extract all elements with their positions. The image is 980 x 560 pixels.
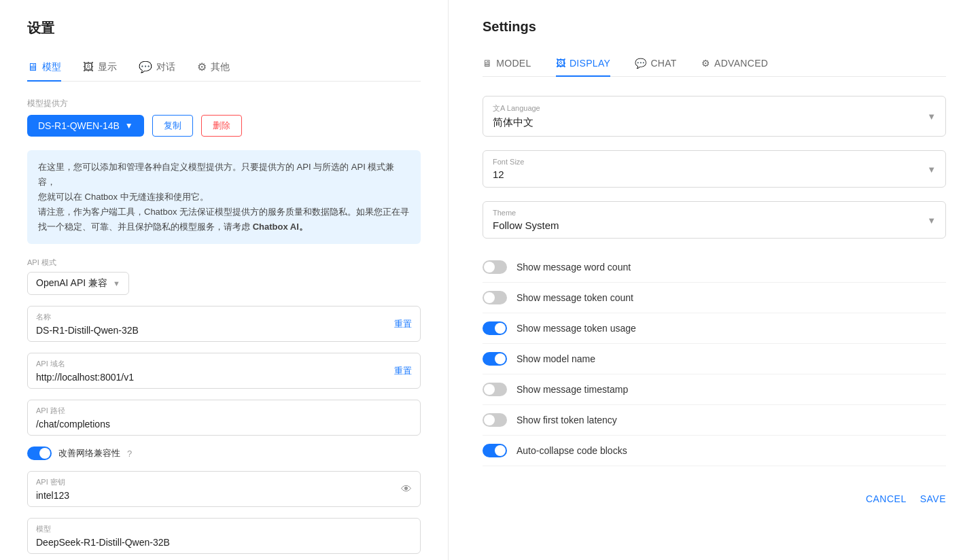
right-model-tab-icon: 🖥 [483,58,492,69]
api-host-reset-action[interactable]: 重置 [394,365,412,377]
api-path-field-group: API 路径 [27,400,421,436]
tab-other[interactable]: ⚙ 其他 [197,54,230,82]
api-mode-chevron-icon: ▼ [113,279,120,287]
network-compat-toggle-row: 改善网络兼容性 ? [27,447,421,460]
eye-icon[interactable]: 👁 [401,483,412,495]
word-count-toggle[interactable] [483,260,507,274]
tab-other-label: 其他 [211,61,230,73]
right-tab-chat-label: CHAT [650,58,676,69]
info-line2: 您就可以在 Chatbox 中无缝连接和使用它。 [38,192,209,202]
toggle-timestamp-row: Show message timestamp [483,374,946,405]
chevron-down-icon: ▼ [125,121,133,130]
cancel-button[interactable]: CANCEL [866,493,907,504]
toggle-model-name-row: Show model name [483,344,946,374]
token-count-toggle[interactable] [483,291,507,304]
token-usage-toggle[interactable] [483,321,507,335]
tab-model[interactable]: 🖥 模型 [27,54,61,82]
theme-value: Follow System [493,220,936,231]
api-mode-select[interactable]: OpenAI API 兼容 ▼ [27,272,129,295]
api-host-input[interactable] [36,372,412,383]
font-size-chevron-icon: ▼ [927,164,936,174]
provider-row: DS-R1-QWEN-14B ▼ 复制 删除 [27,115,421,137]
right-tabs: 🖥 MODEL 🖼 DISPLAY 💬 CHAT ⚙ ADVANCED [483,51,946,77]
api-host-label: API 域名 [36,359,412,369]
name-field-group: 名称 重置 [27,306,421,342]
save-button[interactable]: SAVE [920,493,946,504]
name-reset-action[interactable]: 重置 [394,318,412,330]
copy-button[interactable]: 复制 [152,115,193,137]
right-footer: CANCEL SAVE [483,483,946,504]
model-field-label: 模型 [36,524,412,534]
name-field-label: 名称 [36,312,412,322]
api-key-field-group: API 密钥 👁 [27,471,421,507]
toggle-token-usage-row: Show message token usage [483,313,946,344]
right-tab-model-label: MODEL [496,58,531,69]
provider-dropdown-btn[interactable]: DS-R1-QWEN-14B ▼ [27,115,144,137]
right-tab-display-label: DISPLAY [570,58,610,69]
code-blocks-toggle[interactable] [483,444,507,457]
first-token-label: Show first token latency [517,415,617,425]
token-usage-label: Show message token usage [517,323,636,334]
info-line1: 在这里，您可以添加和管理各种自定义模型提供方。只要提供方的 API 与所选的 A… [38,162,394,187]
network-compat-label: 改善网络兼容性 [58,447,120,459]
network-compat-toggle[interactable] [27,447,52,460]
info-bold: Chatbox AI。 [253,222,308,232]
info-line4: 找一个稳定、可靠、并且保护隐私的模型服务，请考虑 [38,222,250,232]
left-page-title: 设置 [27,19,421,37]
timestamp-toggle[interactable] [483,383,507,396]
right-tab-chat[interactable]: 💬 CHAT [635,51,677,77]
chat-tab-icon: 💬 [139,60,152,73]
model-name-label: Show model name [517,353,595,364]
tab-display[interactable]: 🖼 显示 [83,54,117,82]
api-key-label: API 密钥 [36,477,412,487]
timestamp-label: Show message timestamp [517,384,628,395]
language-label-text: Language [507,104,540,112]
right-advanced-tab-icon: ⚙ [701,58,710,69]
api-mode-group: API 模式 OpenAI API 兼容 ▼ [27,258,421,295]
model-input[interactable] [36,537,412,548]
language-chevron-icon: ▼ [927,111,936,122]
code-blocks-label: Auto-collapse code blocks [517,445,627,456]
right-tab-model[interactable]: 🖥 MODEL [483,51,531,77]
provider-name: DS-R1-QWEN-14B [38,120,120,131]
theme-chevron-icon: ▼ [927,215,936,225]
display-tab-icon: 🖼 [83,61,94,73]
language-value: 简体中文 [493,116,936,129]
right-chat-tab-icon: 💬 [635,58,646,69]
delete-button[interactable]: 删除 [201,115,242,137]
name-input[interactable] [36,325,412,336]
help-icon[interactable]: ? [127,449,132,459]
model-tab-icon: 🖥 [27,61,38,73]
left-tabs: 🖥 模型 🖼 显示 💬 对话 ⚙ 其他 [27,54,421,82]
left-panel: 设置 🖥 模型 🖼 显示 💬 对话 ⚙ 其他 模型提供方 DS-R1-QWEN-… [0,0,449,560]
provider-section-label: 模型提供方 [27,98,421,109]
model-field-group: 模型 [27,518,421,554]
theme-dropdown[interactable]: Theme Follow System ▼ [483,201,946,239]
tab-model-label: 模型 [42,61,61,73]
toggle-code-blocks-row: Auto-collapse code blocks [483,436,946,466]
language-label: 文A Language [493,103,936,113]
token-count-label: Show message token count [517,292,633,303]
toggle-token-count-row: Show message token count [483,283,946,313]
api-path-input[interactable] [36,419,412,430]
right-tab-advanced[interactable]: ⚙ ADVANCED [701,51,768,77]
font-size-dropdown[interactable]: Font Size 12 ▼ [483,150,946,188]
first-token-toggle[interactable] [483,413,507,427]
language-icon: 文A [493,104,505,112]
right-tab-advanced-label: ADVANCED [714,58,768,69]
tab-chat[interactable]: 💬 对话 [139,54,175,82]
toggle-first-token-row: Show first token latency [483,405,946,436]
tab-chat-label: 对话 [156,61,175,73]
other-tab-icon: ⚙ [197,60,207,73]
tab-display-label: 显示 [98,61,117,73]
api-path-label: API 路径 [36,406,412,416]
api-host-field-group: API 域名 重置 [27,353,421,389]
theme-label: Theme [493,209,936,217]
right-tab-display[interactable]: 🖼 DISPLAY [556,51,611,77]
font-size-label: Font Size [493,158,936,166]
language-dropdown[interactable]: 文A Language 简体中文 ▼ [483,96,946,137]
font-size-value: 12 [493,169,936,180]
toggle-word-count-row: Show message word count [483,252,946,283]
model-name-toggle[interactable] [483,352,507,366]
api-key-input[interactable] [36,490,412,501]
